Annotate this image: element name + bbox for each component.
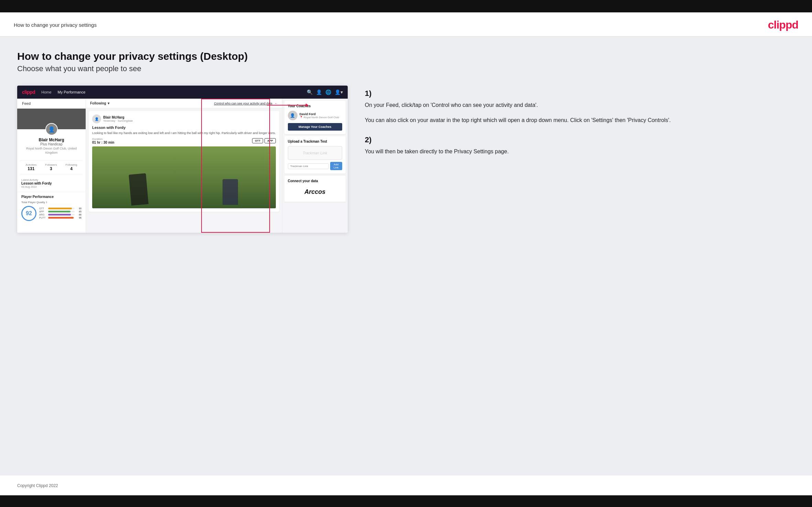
profile-avatar: 👤 xyxy=(45,123,58,135)
coach-club: 📍 Royal North Devon Golf Club xyxy=(300,116,339,119)
person-icon[interactable]: 👤 xyxy=(316,89,322,95)
main-subheading: Choose what you want people to see xyxy=(17,64,795,73)
footer-copyright: Copyright Clippd 2022 xyxy=(17,483,58,488)
stat-followers-value: 3 xyxy=(45,166,57,171)
pp-quality-label: Total Player Quality ℹ xyxy=(21,201,82,204)
pp-bar-fill xyxy=(48,208,72,209)
latest-activity: Latest Activity Lesson with Fordy 03 Aug… xyxy=(17,176,86,190)
pp-bar-label: OTT xyxy=(39,207,47,210)
connect-title: Connect your data xyxy=(288,179,342,183)
post-card: 👤 Blair McHarg Yesterday · Sunningdale L… xyxy=(89,111,279,212)
duration-value: 01 hr : 30 min xyxy=(92,141,114,144)
trackman-title: Upload a Trackman Test xyxy=(288,140,342,143)
following-button[interactable]: Following ▾ xyxy=(90,101,109,105)
coach-item: 👤 David Ford 📍 Royal North Devon Golf Cl… xyxy=(288,111,342,120)
stat-following-label: Following xyxy=(66,163,77,166)
post-author-info: Blair McHarg Yesterday · Sunningdale xyxy=(103,115,133,122)
post-author-location: Yesterday · Sunningdale xyxy=(103,119,133,122)
app-nav-logo: clippd xyxy=(22,89,35,95)
trackman-section: Upload a Trackman Test Trackman Link Add… xyxy=(284,136,346,174)
stat-following: Following 4 xyxy=(66,163,77,171)
info-icon: ℹ xyxy=(46,201,47,204)
latest-activity-label: Latest Activity xyxy=(21,178,82,181)
profile-stats: Activities 131 Followers 3 Following 4 xyxy=(20,160,83,174)
post-tags: OTT APP xyxy=(252,138,275,143)
pp-bar-track xyxy=(48,208,75,209)
profile-club: Royal North Devon Golf Club, United King… xyxy=(21,147,82,155)
feed-content: Following ▾ Control who can see your act… xyxy=(86,99,282,233)
pp-bar-row: ARG 86 xyxy=(39,213,82,216)
pp-bar-row: APP 85 xyxy=(39,210,82,213)
pp-bar-label: APP xyxy=(39,210,47,213)
pp-bar-value: 86 xyxy=(76,213,82,216)
nav-link-home[interactable]: Home xyxy=(41,90,51,94)
connect-section: Connect your data Arccos xyxy=(284,176,346,202)
app-screenshot-wrapper: clippd Home My Performance 🔍 👤 🌐 👤▾ Feed xyxy=(17,86,348,233)
content-row: clippd Home My Performance 🔍 👤 🌐 👤▾ Feed xyxy=(17,86,795,233)
golf-scene xyxy=(92,146,276,208)
pp-body: 92 OTT 90 APP 85 ARG 86 xyxy=(21,206,82,221)
pp-bar-track xyxy=(48,214,75,216)
right-panel: Your Coaches 👤 David Ford 📍 Royal North … xyxy=(282,99,348,233)
coaches-section: Your Coaches 👤 David Ford 📍 Royal North … xyxy=(284,101,346,134)
profile-cover: 👤 xyxy=(17,109,86,129)
tag-ott: OTT xyxy=(252,138,263,143)
post-duration: Duration 01 hr : 30 min OTT APP xyxy=(92,137,276,144)
site-header: How to change your privacy settings clip… xyxy=(0,12,812,37)
feed-tab[interactable]: Feed xyxy=(17,99,86,109)
trackman-placeholder-area: Trackman Link xyxy=(288,146,342,160)
page-title: How to change your privacy settings xyxy=(14,22,97,28)
arccos-logo: Arccos xyxy=(288,186,342,198)
duration-label: Duration xyxy=(92,137,114,141)
pp-bars: OTT 90 APP 85 ARG 86 PUTT 96 xyxy=(39,207,82,220)
stat-followers: Followers 3 xyxy=(45,163,57,171)
pp-bar-label: PUTT xyxy=(39,217,47,219)
trackman-input[interactable] xyxy=(288,163,329,169)
golfer-left xyxy=(129,173,149,206)
pp-bar-value: 85 xyxy=(76,210,82,213)
bottom-bar xyxy=(0,495,812,507)
pp-bar-value: 96 xyxy=(76,217,82,219)
top-bar xyxy=(0,0,812,12)
pp-bar-track xyxy=(48,217,75,219)
nav-link-performance[interactable]: My Performance xyxy=(58,90,86,94)
post-author-name: Blair McHarg xyxy=(103,115,133,119)
instruction-2-number: 2) xyxy=(365,135,795,144)
main-heading: How to change your privacy settings (Des… xyxy=(17,51,795,62)
site-footer: Copyright Clippd 2022 xyxy=(0,475,812,495)
golfer-right xyxy=(223,179,238,205)
stat-following-value: 4 xyxy=(66,166,77,171)
feed-header: Following ▾ Control who can see your act… xyxy=(86,99,282,108)
instruction-1: 1) On your Feed, click/tap on 'Control w… xyxy=(365,89,795,124)
app-body: Feed 👤 Blair McHarg Plus Handicap Royal … xyxy=(17,99,348,233)
instruction-2-text: You will then be taken directly to the P… xyxy=(365,147,795,156)
add-link-button[interactable]: Add Link xyxy=(330,162,342,170)
instruction-1-number: 1) xyxy=(365,89,795,98)
stat-followers-label: Followers xyxy=(45,163,57,166)
coach-info: David Ford 📍 Royal North Devon Golf Club xyxy=(300,112,339,119)
post-title: Lesson with Fordy xyxy=(92,125,276,130)
search-icon[interactable]: 🔍 xyxy=(307,89,313,95)
app-nav-icons: 🔍 👤 🌐 👤▾ xyxy=(307,89,343,95)
pp-bar-label: ARG xyxy=(39,213,47,216)
player-performance: Player Performance Total Player Quality … xyxy=(17,192,86,224)
pp-bar-value: 90 xyxy=(76,207,82,210)
post-image xyxy=(92,146,276,208)
avatar-icon[interactable]: 👤▾ xyxy=(335,89,343,95)
profile-handicap: Plus Handicap xyxy=(21,142,82,146)
coach-avatar: 👤 xyxy=(288,111,297,120)
pp-bar-fill xyxy=(48,217,74,219)
post-description: Looking to feel like my hands are exitin… xyxy=(92,131,276,135)
instruction-2: 2) You will then be taken directly to th… xyxy=(365,135,795,156)
post-author-avatar: 👤 xyxy=(92,114,101,123)
profile-name: Blair McHarg xyxy=(21,137,82,142)
pp-bar-track xyxy=(48,211,75,212)
globe-icon[interactable]: 🌐 xyxy=(325,89,331,95)
manage-coaches-button[interactable]: Manage Your Coaches xyxy=(288,123,342,131)
pp-title: Player Performance xyxy=(21,195,82,199)
control-privacy-link[interactable]: Control who can see your activity and da… xyxy=(214,102,272,105)
app-nav: clippd Home My Performance 🔍 👤 🌐 👤▾ xyxy=(17,86,348,99)
stat-activities: Activities 131 xyxy=(26,163,37,171)
app-screenshot: clippd Home My Performance 🔍 👤 🌐 👤▾ Feed xyxy=(17,86,348,233)
trackman-placeholder: Trackman Link xyxy=(303,151,327,155)
